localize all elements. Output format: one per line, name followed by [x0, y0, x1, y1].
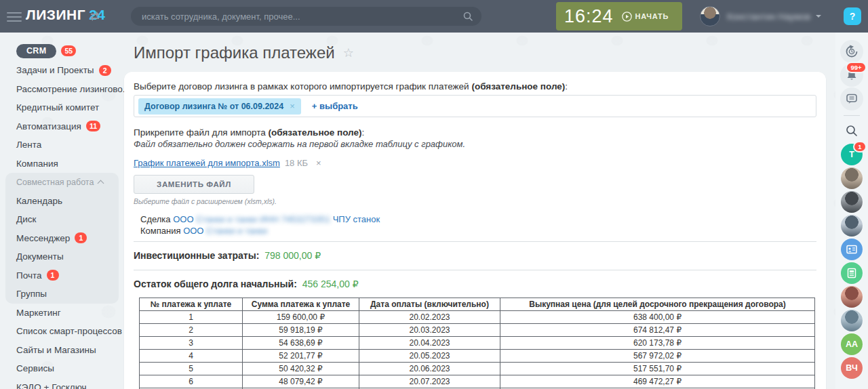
- table-cell: 674 812,47 ₽: [500, 324, 815, 337]
- chip-remove-icon[interactable]: ×: [290, 101, 295, 111]
- table-cell: 20.03.2023: [359, 324, 500, 337]
- sidebar-item-sites-stores[interactable]: Сайты и Магазины: [16, 341, 125, 360]
- sidebar-item-label: CRM: [16, 44, 56, 58]
- sidebar-item-label: Календарь: [16, 196, 62, 206]
- chat-bubble-icon[interactable]: [840, 87, 864, 110]
- search-icon: [462, 11, 473, 22]
- sidebar-item-company[interactable]: Компания: [16, 155, 125, 173]
- avatar-photo-2[interactable]: [840, 190, 864, 213]
- chat-bubble-icon-visual: [840, 87, 863, 110]
- sidebar-item-calendar[interactable]: Календарь: [16, 192, 119, 211]
- sidebar-item-groups[interactable]: Группы: [16, 285, 119, 304]
- favorite-star-icon[interactable]: ☆: [343, 45, 354, 60]
- avatar-photo-2-visual: [841, 191, 863, 213]
- news-doc-icon[interactable]: [840, 261, 864, 285]
- divider: [134, 270, 816, 270]
- contract-select-label: Выберите договор лизинга в рамках которо…: [134, 81, 816, 91]
- table-cell: 1: [140, 311, 243, 324]
- timer-start-button[interactable]: НАЧАТЬ: [622, 12, 669, 22]
- help-button[interactable]: ?: [844, 7, 861, 25]
- table-cell: 4: [140, 350, 243, 363]
- sidebar-item-disk[interactable]: Диск: [16, 210, 119, 229]
- sidebar-item-label: Маркетинг: [16, 308, 61, 318]
- avatar-aa[interactable]: AA: [840, 332, 864, 356]
- sidebar-item-documents[interactable]: Документы: [16, 247, 119, 266]
- menu-hamburger-icon[interactable]: [7, 9, 22, 23]
- sidebar-group-header[interactable]: Совместная работа: [16, 173, 119, 192]
- avatar-t[interactable]: T1: [840, 142, 864, 166]
- sidebar-item-messenger[interactable]: Мессенджер1: [16, 229, 119, 248]
- sidebar-item-label: Документы: [16, 251, 64, 262]
- sidebar-item-mail[interactable]: Почта1: [16, 266, 119, 285]
- required-note: (обязательное поле): [471, 81, 565, 91]
- avatar-photo-3[interactable]: [840, 213, 864, 237]
- avatar-photo-5-visual: [841, 310, 863, 331]
- table-cell: 20.06.2023: [359, 363, 500, 375]
- notifications-bell-icon[interactable]: 99+: [840, 63, 864, 87]
- add-contract-link[interactable]: + выбрать: [312, 101, 358, 111]
- sidebar-item-label: Почта: [16, 270, 42, 281]
- attach-file-hint: Файл обязательно должен содержать на пер…: [134, 139, 816, 149]
- workday-timer[interactable]: 16:24 НАЧАТЬ: [556, 2, 682, 30]
- contract-select-field[interactable]: Договор лизинга № от 06.09.2024 × + выбр…: [134, 95, 816, 117]
- table-cell: 469 472,27 ₽: [500, 375, 815, 388]
- avatar-photo-5[interactable]: [840, 308, 864, 332]
- switch-arrows-icon[interactable]: [90, 12, 101, 21]
- table-cell: 159 600,00 ₽: [243, 311, 359, 324]
- table-cell: 52 201,77 ₽: [243, 350, 359, 363]
- table-cell: 20.05.2023: [359, 350, 500, 363]
- debt-value: 456 254,00 ₽: [302, 279, 359, 289]
- chevron-up-icon: [98, 180, 104, 187]
- avatar-photo-1[interactable]: [840, 166, 864, 190]
- search-input[interactable]: [131, 7, 481, 26]
- counter-badge: 1: [853, 141, 866, 152]
- counter-badge: 55: [61, 45, 76, 56]
- table-row: 550 420,32 ₽20.06.2023517 551,70 ₽: [140, 363, 815, 375]
- counter-badge: 2: [99, 65, 111, 76]
- avatar-photo-4[interactable]: [840, 285, 864, 308]
- avatar-photo-4-visual: [841, 286, 863, 308]
- sidebar-item-label: КЭДО + Госключ: [16, 382, 87, 389]
- worktime-history-icon-visual: [840, 40, 863, 63]
- sidebar-item-kedo-goskey[interactable]: КЭДО + Госключ: [16, 378, 125, 389]
- sidebar-item-leasing-review[interactable]: Рассмотрение лизингово...: [16, 80, 125, 99]
- sidebar-item-marketing[interactable]: Маркетинг: [16, 304, 125, 323]
- file-remove-icon[interactable]: ×: [316, 158, 321, 168]
- debt-total-row: Остаток общего долга начальный: 456 254,…: [134, 275, 816, 293]
- company-blurred-text: Станки и танки: [206, 226, 267, 236]
- user-menu[interactable]: Константин Наумов: [700, 6, 821, 26]
- avatar-vch[interactable]: ВЧ: [840, 356, 864, 380]
- deal-link[interactable]: ООО Станки и танки ИНН 7453273351 ЧПУ ст…: [173, 214, 380, 224]
- divider: [134, 241, 816, 242]
- sidebar-item-tasks-projects[interactable]: Задачи и Проекты2: [16, 61, 125, 80]
- sidebar-item-automation[interactable]: Автоматизация11: [16, 117, 125, 136]
- sidebar-item-services[interactable]: Сервисы: [16, 359, 125, 378]
- sidebar-item-label: Сервисы: [16, 363, 54, 373]
- sidebar-item-label: Группы: [16, 289, 47, 299]
- table-cell: 620 173,78 ₽: [500, 337, 815, 350]
- contract-chip[interactable]: Договор лизинга № от 06.09.2024 ×: [138, 98, 301, 115]
- worktime-history-icon[interactable]: [840, 39, 864, 63]
- global-search: [131, 7, 481, 26]
- table-cell: 54 638,69 ₽: [243, 337, 359, 350]
- table-cell: 48 079,42 ₽: [243, 375, 359, 388]
- search-icon[interactable]: [840, 119, 864, 142]
- contact-card-icon[interactable]: [840, 237, 864, 261]
- sidebar-item-smart-processes[interactable]: Список смарт-процессов: [16, 322, 125, 341]
- attached-file-link[interactable]: График платежей для импорта.xlsm: [134, 158, 280, 168]
- sidebar-nav: CRM55Задачи и Проекты2Рассмотрение лизин…: [0, 33, 125, 389]
- logo-text: ЛИЗИНГ: [26, 7, 85, 22]
- timer-start-label: НАЧАТЬ: [635, 12, 669, 20]
- sidebar-item-crm[interactable]: CRM55: [16, 41, 125, 61]
- table-cell: 567 972,02 ₽: [500, 350, 815, 363]
- table-cell: 2: [140, 324, 243, 337]
- sidebar-item-label: Мессенджер: [16, 233, 70, 243]
- table-row: 354 638,69 ₽20.04.2023620 173,78 ₽: [140, 337, 815, 350]
- sidebar-item-credit-committee[interactable]: Кредитный комитет: [16, 98, 125, 117]
- sidebar-item-feed[interactable]: Лента: [16, 136, 125, 155]
- main-content: Импорт графика платежей ☆ Выберите догов…: [124, 33, 835, 389]
- company-link[interactable]: ООО Станки и танки: [183, 226, 267, 236]
- file-extension-hint: Выберите файл с расширением (xlsm,xls).: [134, 197, 816, 205]
- table-cell: 20.04.2023: [359, 337, 500, 350]
- replace-file-button[interactable]: ЗАМЕНИТЬ ФАЙЛ: [134, 175, 254, 194]
